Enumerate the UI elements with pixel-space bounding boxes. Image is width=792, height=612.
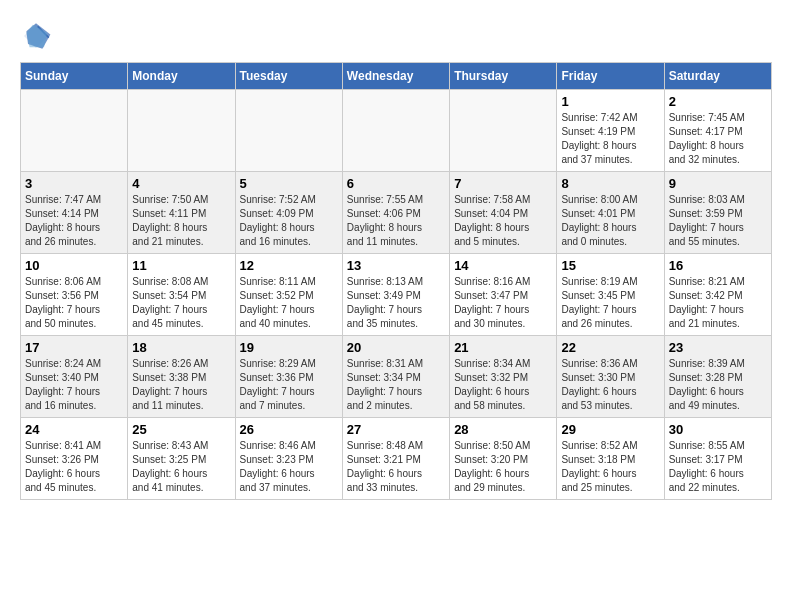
calendar-cell: 3Sunrise: 7:47 AM Sunset: 4:14 PM Daylig… bbox=[21, 172, 128, 254]
calendar-cell: 22Sunrise: 8:36 AM Sunset: 3:30 PM Dayli… bbox=[557, 336, 664, 418]
day-info: Sunrise: 8:21 AM Sunset: 3:42 PM Dayligh… bbox=[669, 275, 767, 331]
calendar-cell bbox=[128, 90, 235, 172]
day-number: 24 bbox=[25, 422, 123, 437]
calendar-cell: 19Sunrise: 8:29 AM Sunset: 3:36 PM Dayli… bbox=[235, 336, 342, 418]
day-number: 12 bbox=[240, 258, 338, 273]
day-number: 5 bbox=[240, 176, 338, 191]
day-number: 28 bbox=[454, 422, 552, 437]
day-info: Sunrise: 8:24 AM Sunset: 3:40 PM Dayligh… bbox=[25, 357, 123, 413]
calendar-cell: 23Sunrise: 8:39 AM Sunset: 3:28 PM Dayli… bbox=[664, 336, 771, 418]
day-info: Sunrise: 8:39 AM Sunset: 3:28 PM Dayligh… bbox=[669, 357, 767, 413]
logo-icon bbox=[20, 20, 52, 52]
day-number: 8 bbox=[561, 176, 659, 191]
logo bbox=[20, 20, 58, 52]
calendar-cell: 14Sunrise: 8:16 AM Sunset: 3:47 PM Dayli… bbox=[450, 254, 557, 336]
day-number: 23 bbox=[669, 340, 767, 355]
day-number: 30 bbox=[669, 422, 767, 437]
calendar-cell: 2Sunrise: 7:45 AM Sunset: 4:17 PM Daylig… bbox=[664, 90, 771, 172]
calendar-cell: 4Sunrise: 7:50 AM Sunset: 4:11 PM Daylig… bbox=[128, 172, 235, 254]
weekday-header-thursday: Thursday bbox=[450, 63, 557, 90]
calendar-cell bbox=[21, 90, 128, 172]
day-number: 3 bbox=[25, 176, 123, 191]
day-info: Sunrise: 7:47 AM Sunset: 4:14 PM Dayligh… bbox=[25, 193, 123, 249]
weekday-header-sunday: Sunday bbox=[21, 63, 128, 90]
page-header bbox=[20, 20, 772, 52]
day-info: Sunrise: 7:42 AM Sunset: 4:19 PM Dayligh… bbox=[561, 111, 659, 167]
calendar-cell bbox=[235, 90, 342, 172]
day-info: Sunrise: 8:31 AM Sunset: 3:34 PM Dayligh… bbox=[347, 357, 445, 413]
day-info: Sunrise: 8:43 AM Sunset: 3:25 PM Dayligh… bbox=[132, 439, 230, 495]
day-number: 17 bbox=[25, 340, 123, 355]
day-info: Sunrise: 8:46 AM Sunset: 3:23 PM Dayligh… bbox=[240, 439, 338, 495]
calendar-cell: 17Sunrise: 8:24 AM Sunset: 3:40 PM Dayli… bbox=[21, 336, 128, 418]
calendar-cell: 16Sunrise: 8:21 AM Sunset: 3:42 PM Dayli… bbox=[664, 254, 771, 336]
weekday-header-wednesday: Wednesday bbox=[342, 63, 449, 90]
day-number: 9 bbox=[669, 176, 767, 191]
weekday-header-friday: Friday bbox=[557, 63, 664, 90]
calendar-cell: 6Sunrise: 7:55 AM Sunset: 4:06 PM Daylig… bbox=[342, 172, 449, 254]
calendar-cell: 29Sunrise: 8:52 AM Sunset: 3:18 PM Dayli… bbox=[557, 418, 664, 500]
day-number: 29 bbox=[561, 422, 659, 437]
day-info: Sunrise: 8:06 AM Sunset: 3:56 PM Dayligh… bbox=[25, 275, 123, 331]
day-info: Sunrise: 8:36 AM Sunset: 3:30 PM Dayligh… bbox=[561, 357, 659, 413]
calendar-cell: 5Sunrise: 7:52 AM Sunset: 4:09 PM Daylig… bbox=[235, 172, 342, 254]
weekday-header-saturday: Saturday bbox=[664, 63, 771, 90]
calendar-cell: 8Sunrise: 8:00 AM Sunset: 4:01 PM Daylig… bbox=[557, 172, 664, 254]
day-info: Sunrise: 8:08 AM Sunset: 3:54 PM Dayligh… bbox=[132, 275, 230, 331]
day-number: 25 bbox=[132, 422, 230, 437]
day-info: Sunrise: 8:55 AM Sunset: 3:17 PM Dayligh… bbox=[669, 439, 767, 495]
day-info: Sunrise: 8:50 AM Sunset: 3:20 PM Dayligh… bbox=[454, 439, 552, 495]
day-info: Sunrise: 8:34 AM Sunset: 3:32 PM Dayligh… bbox=[454, 357, 552, 413]
week-row-3: 10Sunrise: 8:06 AM Sunset: 3:56 PM Dayli… bbox=[21, 254, 772, 336]
day-number: 22 bbox=[561, 340, 659, 355]
day-info: Sunrise: 8:41 AM Sunset: 3:26 PM Dayligh… bbox=[25, 439, 123, 495]
day-number: 11 bbox=[132, 258, 230, 273]
calendar-cell: 26Sunrise: 8:46 AM Sunset: 3:23 PM Dayli… bbox=[235, 418, 342, 500]
calendar-cell: 28Sunrise: 8:50 AM Sunset: 3:20 PM Dayli… bbox=[450, 418, 557, 500]
calendar-cell: 20Sunrise: 8:31 AM Sunset: 3:34 PM Dayli… bbox=[342, 336, 449, 418]
calendar-cell: 9Sunrise: 8:03 AM Sunset: 3:59 PM Daylig… bbox=[664, 172, 771, 254]
day-info: Sunrise: 8:00 AM Sunset: 4:01 PM Dayligh… bbox=[561, 193, 659, 249]
day-info: Sunrise: 7:52 AM Sunset: 4:09 PM Dayligh… bbox=[240, 193, 338, 249]
day-number: 10 bbox=[25, 258, 123, 273]
calendar-table: SundayMondayTuesdayWednesdayThursdayFrid… bbox=[20, 62, 772, 500]
day-info: Sunrise: 8:26 AM Sunset: 3:38 PM Dayligh… bbox=[132, 357, 230, 413]
day-info: Sunrise: 7:50 AM Sunset: 4:11 PM Dayligh… bbox=[132, 193, 230, 249]
calendar-cell bbox=[450, 90, 557, 172]
calendar-cell: 10Sunrise: 8:06 AM Sunset: 3:56 PM Dayli… bbox=[21, 254, 128, 336]
day-number: 18 bbox=[132, 340, 230, 355]
day-info: Sunrise: 8:19 AM Sunset: 3:45 PM Dayligh… bbox=[561, 275, 659, 331]
calendar-cell: 11Sunrise: 8:08 AM Sunset: 3:54 PM Dayli… bbox=[128, 254, 235, 336]
day-number: 14 bbox=[454, 258, 552, 273]
calendar-cell: 12Sunrise: 8:11 AM Sunset: 3:52 PM Dayli… bbox=[235, 254, 342, 336]
day-number: 7 bbox=[454, 176, 552, 191]
calendar-cell: 13Sunrise: 8:13 AM Sunset: 3:49 PM Dayli… bbox=[342, 254, 449, 336]
day-number: 13 bbox=[347, 258, 445, 273]
calendar-cell: 1Sunrise: 7:42 AM Sunset: 4:19 PM Daylig… bbox=[557, 90, 664, 172]
day-number: 27 bbox=[347, 422, 445, 437]
day-number: 2 bbox=[669, 94, 767, 109]
day-number: 20 bbox=[347, 340, 445, 355]
day-info: Sunrise: 7:58 AM Sunset: 4:04 PM Dayligh… bbox=[454, 193, 552, 249]
week-row-4: 17Sunrise: 8:24 AM Sunset: 3:40 PM Dayli… bbox=[21, 336, 772, 418]
day-info: Sunrise: 8:29 AM Sunset: 3:36 PM Dayligh… bbox=[240, 357, 338, 413]
day-number: 16 bbox=[669, 258, 767, 273]
day-number: 6 bbox=[347, 176, 445, 191]
calendar-cell: 25Sunrise: 8:43 AM Sunset: 3:25 PM Dayli… bbox=[128, 418, 235, 500]
day-number: 26 bbox=[240, 422, 338, 437]
day-info: Sunrise: 8:03 AM Sunset: 3:59 PM Dayligh… bbox=[669, 193, 767, 249]
calendar-cell: 27Sunrise: 8:48 AM Sunset: 3:21 PM Dayli… bbox=[342, 418, 449, 500]
calendar-cell: 7Sunrise: 7:58 AM Sunset: 4:04 PM Daylig… bbox=[450, 172, 557, 254]
week-row-1: 1Sunrise: 7:42 AM Sunset: 4:19 PM Daylig… bbox=[21, 90, 772, 172]
day-info: Sunrise: 7:45 AM Sunset: 4:17 PM Dayligh… bbox=[669, 111, 767, 167]
week-row-2: 3Sunrise: 7:47 AM Sunset: 4:14 PM Daylig… bbox=[21, 172, 772, 254]
day-info: Sunrise: 8:52 AM Sunset: 3:18 PM Dayligh… bbox=[561, 439, 659, 495]
day-number: 1 bbox=[561, 94, 659, 109]
week-row-5: 24Sunrise: 8:41 AM Sunset: 3:26 PM Dayli… bbox=[21, 418, 772, 500]
day-info: Sunrise: 7:55 AM Sunset: 4:06 PM Dayligh… bbox=[347, 193, 445, 249]
day-number: 19 bbox=[240, 340, 338, 355]
calendar-cell: 21Sunrise: 8:34 AM Sunset: 3:32 PM Dayli… bbox=[450, 336, 557, 418]
calendar-cell: 18Sunrise: 8:26 AM Sunset: 3:38 PM Dayli… bbox=[128, 336, 235, 418]
svg-marker-3 bbox=[26, 25, 47, 47]
day-number: 21 bbox=[454, 340, 552, 355]
